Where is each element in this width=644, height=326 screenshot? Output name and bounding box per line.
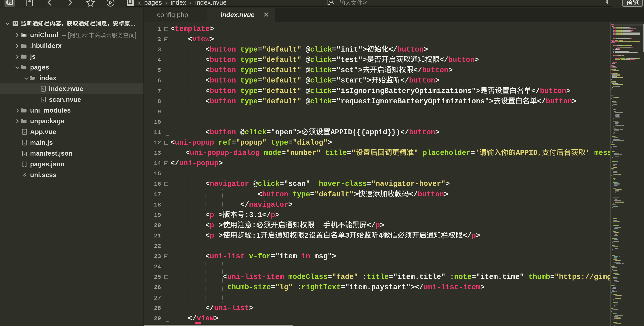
svg-text:V: V	[23, 130, 26, 134]
svg-text:V: V	[42, 87, 44, 91]
svg-text:V: V	[42, 98, 44, 102]
svg-text:J: J	[24, 141, 25, 145]
